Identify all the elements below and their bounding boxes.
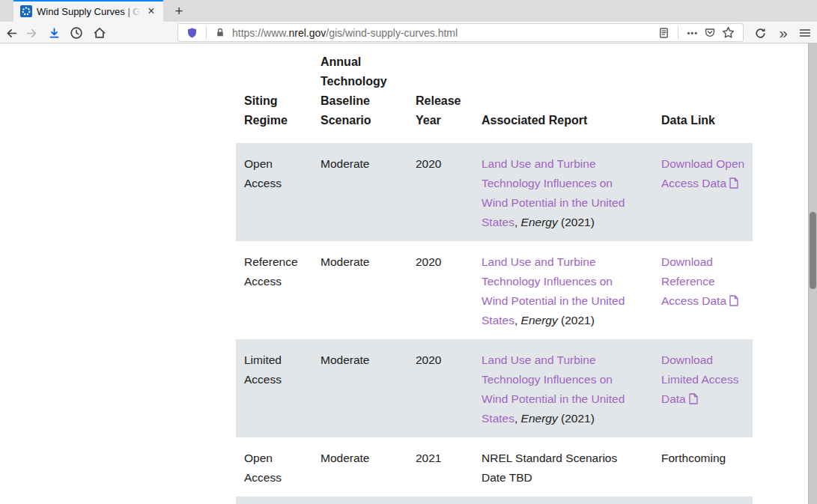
cell-data-link: Download Limited Access Data: [653, 339, 753, 437]
cell-data-link: Download Open Access Data: [653, 143, 753, 241]
column-header-1: Annual Technology Baseline Scenario: [312, 51, 407, 143]
download-data-link[interactable]: Download Open Access Data: [661, 157, 744, 189]
table-row-partial: [236, 497, 753, 504]
report-separator: ,: [514, 412, 521, 425]
tab-title-fade: [123, 1, 144, 22]
navigation-toolbar: https://www.nrel.gov/gis/wind-supply-cur…: [0, 22, 817, 43]
cell-data-link: Download Reference Access Data: [653, 241, 753, 339]
report-separator: ,: [514, 314, 521, 327]
cell-associated-report: NREL Standard Scenarios Date TBD: [473, 437, 653, 497]
cell-siting-regime: Open Access: [236, 143, 312, 241]
cell-release-year: 2020: [407, 143, 473, 241]
cell-release-year: 2020: [407, 241, 473, 339]
column-header-2: Release Year: [407, 51, 473, 143]
wind-supply-curves-table-wrap: Siting RegimeAnnual Technology Baseline …: [236, 51, 753, 497]
wind-supply-curves-table: Siting RegimeAnnual Technology Baseline …: [236, 51, 753, 497]
table-row: Limited AccessModerate2020Land Use and T…: [236, 339, 753, 437]
cell-siting-regime: Reference Access: [236, 241, 312, 339]
overflow-menu-icon[interactable]: »: [775, 25, 792, 41]
report-year: (2021): [558, 412, 595, 425]
download-data-link[interactable]: Download Limited Access Data: [661, 353, 738, 405]
download-button[interactable]: [46, 25, 62, 41]
reload-button[interactable]: [752, 25, 768, 41]
url-bar[interactable]: https://www.nrel.gov/gis/wind-supply-cur…: [177, 23, 744, 42]
hamburger-menu-icon[interactable]: [797, 25, 813, 41]
vertical-scrollbar-thumb[interactable]: [810, 212, 816, 289]
column-header-3: Associated Report: [473, 51, 653, 143]
forward-button[interactable]: [23, 25, 40, 41]
table-header-row: Siting RegimeAnnual Technology Baseline …: [236, 51, 753, 143]
browser-window: Wind Supply Curves | Ge × +: [0, 0, 817, 504]
cell-associated-report: Land Use and Turbine Technology Influenc…: [473, 339, 653, 437]
table-row: Open AccessModerate2021NREL Standard Sce…: [236, 437, 753, 497]
back-button[interactable]: [3, 25, 19, 41]
cell-atb-scenario: Moderate: [312, 241, 407, 339]
report-year: (2021): [558, 216, 595, 228]
report-journal: Energy: [521, 314, 558, 327]
cell-atb-scenario: Moderate: [312, 437, 407, 497]
report-journal: Energy: [521, 412, 558, 425]
site-favicon-icon: [20, 5, 32, 17]
tab-close-icon[interactable]: ×: [144, 1, 159, 22]
active-tab[interactable]: Wind Supply Curves | Ge ×: [13, 0, 163, 22]
report-journal: Energy: [521, 216, 558, 228]
column-header-0: Siting Regime: [236, 51, 312, 143]
reader-mode-icon[interactable]: [658, 27, 669, 39]
report-separator: ,: [514, 216, 521, 228]
vertical-scrollbar-track[interactable]: [808, 43, 817, 504]
cell-release-year: 2020: [407, 339, 473, 437]
url-text: https://www.nrel.gov/gis/wind-supply-cur…: [232, 27, 655, 39]
column-header-4: Data Link: [653, 51, 753, 143]
cell-release-year: 2021: [407, 437, 473, 497]
cell-data-link: Forthcoming: [653, 437, 753, 497]
table-row: Open AccessModerate2020Land Use and Turb…: [236, 143, 753, 241]
new-tab-button[interactable]: +: [169, 1, 189, 21]
url-domain: nrel.gov: [288, 27, 326, 39]
bookmark-star-icon[interactable]: [722, 26, 735, 39]
tracking-protection-shield-icon[interactable]: [186, 27, 198, 39]
tab-bar: Wind Supply Curves | Ge × +: [0, 0, 817, 22]
url-scheme: https://www.: [232, 27, 288, 39]
cell-associated-report: Land Use and Turbine Technology Influenc…: [473, 143, 653, 241]
download-data-link[interactable]: Download Reference Access Data: [661, 255, 738, 307]
report-year: (2021): [558, 314, 595, 327]
table-row: Reference AccessModerate2020Land Use and…: [236, 241, 753, 339]
urlbar-divider: [206, 26, 207, 39]
lock-icon[interactable]: [215, 27, 225, 38]
cell-siting-regime: Limited Access: [236, 339, 312, 437]
cell-atb-scenario: Moderate: [312, 339, 407, 437]
page-content: Siting RegimeAnnual Technology Baseline …: [0, 43, 817, 504]
cell-siting-regime: Open Access: [236, 437, 312, 497]
url-path: /gis/wind-supply-curves.html: [326, 27, 458, 39]
cell-atb-scenario: Moderate: [312, 143, 407, 241]
history-button[interactable]: [68, 25, 85, 41]
urlbar-divider: [678, 26, 678, 39]
cell-associated-report: Land Use and Turbine Technology Influenc…: [473, 241, 653, 339]
home-button[interactable]: [91, 25, 108, 41]
pocket-icon[interactable]: [704, 27, 716, 38]
page-actions-icon[interactable]: •••: [687, 28, 698, 37]
